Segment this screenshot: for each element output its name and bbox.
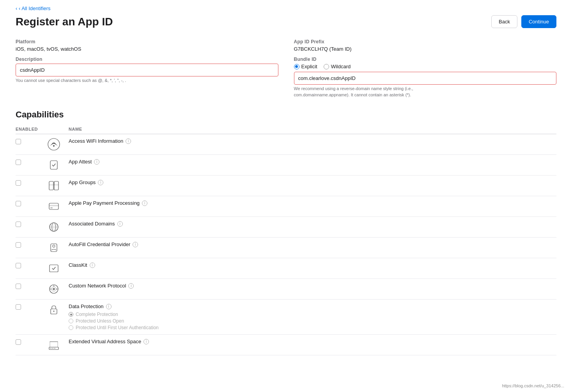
capability-row: ClassKiti (16, 258, 556, 279)
cap-sub-options: Complete ProtectionProtected Unless Open… (69, 312, 556, 330)
sub-radio-label[interactable]: Protected Unless Open (69, 318, 556, 324)
explicit-radio-label[interactable]: Explicit (294, 64, 317, 69)
info-icon[interactable]: i (117, 221, 123, 227)
capability-checkbox[interactable] (16, 263, 21, 268)
svg-point-20 (53, 310, 55, 312)
capabilities-title: Capabilities (16, 110, 556, 120)
capability-checkbox[interactable] (16, 284, 21, 289)
svg-point-14 (53, 288, 55, 290)
capability-checkbox[interactable] (16, 180, 21, 186)
back-button[interactable]: Back (491, 15, 517, 28)
svg-rect-22 (50, 348, 51, 349)
capability-name: App Groups (69, 179, 96, 185)
info-icon[interactable]: i (90, 263, 95, 268)
info-icon[interactable]: i (98, 180, 103, 185)
back-link[interactable]: ‹ All Identifiers (16, 0, 51, 15)
capability-checkbox[interactable] (16, 139, 21, 144)
info-icon[interactable]: i (94, 159, 99, 165)
description-input[interactable] (16, 64, 278, 76)
explicit-label-text: Explicit (301, 64, 317, 69)
svg-rect-3 (49, 181, 53, 190)
right-form-col: App ID Prefix G7BCKCLH7Q (Team ID) Bundl… (294, 39, 557, 97)
svg-rect-6 (49, 205, 58, 206)
description-label: Description (16, 57, 278, 62)
cap-name-row: Extended Virtual Address Spacei (69, 339, 556, 344)
bundle-id-hint1: We recommend using a reverse-domain name… (294, 86, 557, 91)
cap-icon-col (47, 241, 61, 254)
info-icon[interactable]: i (142, 200, 147, 206)
platform-label: Platform (16, 39, 278, 44)
cap-name-col: App Groupsi (69, 179, 556, 185)
col-enabled-label: ENABLED (16, 127, 39, 131)
capability-row: Apple Pay Payment Processingi (16, 196, 556, 217)
platform-value: iOS, macOS, tvOS, watchOS (16, 46, 278, 52)
left-form-col: Platform iOS, macOS, tvOS, watchOS Descr… (16, 39, 278, 97)
cap-checkbox-col (16, 339, 39, 345)
explicit-radio-icon (294, 64, 299, 69)
bundle-id-input[interactable] (294, 72, 557, 85)
cap-checkbox-col (16, 283, 39, 289)
capability-checkbox[interactable] (16, 201, 21, 206)
capability-row: Associated Domainsi (16, 217, 556, 238)
cap-name-col: App Attesti (69, 159, 556, 165)
capability-name: Associated Domains (69, 221, 115, 227)
sub-radio-circle (69, 325, 73, 330)
page-header: Register an App ID Back Continue (16, 15, 556, 28)
bundle-id-hint2: com.domainname.appname). It cannot conta… (294, 92, 557, 97)
bundle-id-radio-row: Explicit Wildcard (294, 64, 557, 69)
page-title: Register an App ID (16, 16, 113, 28)
cap-name-col: Data ProtectioniComplete ProtectionProte… (69, 303, 556, 330)
sub-radio-label[interactable]: Protected Until First User Authenticatio… (69, 325, 556, 330)
cap-name-row: Custom Network Protocoli (69, 283, 556, 289)
cap-icon-col (47, 339, 61, 351)
cap-icon-col (47, 159, 61, 171)
info-icon[interactable]: i (128, 283, 134, 289)
capability-checkbox[interactable] (16, 304, 21, 310)
wildcard-radio-label[interactable]: Wildcard (324, 64, 351, 69)
cap-name-col: Apple Pay Payment Processingi (69, 200, 556, 206)
info-icon[interactable]: i (133, 242, 138, 247)
app-id-prefix-value: G7BCKCLH7Q (Team ID) (294, 46, 557, 52)
cap-icon-col (47, 200, 61, 213)
cap-name-row: App Attesti (69, 159, 556, 165)
sub-radio-label[interactable]: Complete Protection (69, 312, 556, 317)
cap-name-row: Associated Domainsi (69, 221, 556, 227)
sub-radio-circle (69, 312, 73, 317)
cap-name-col: Access WiFi Informationi (69, 138, 556, 144)
capabilities-list: Access WiFi Informationi App Attesti App… (16, 134, 556, 355)
cap-name-col: Associated Domainsi (69, 221, 556, 227)
svg-rect-4 (54, 181, 58, 190)
info-icon[interactable]: i (126, 138, 131, 144)
info-icon[interactable]: i (106, 304, 112, 309)
capability-name: Apple Pay Payment Processing (69, 200, 140, 206)
sub-option-text: Protected Until First User Authenticatio… (76, 325, 159, 330)
svg-point-11 (53, 245, 55, 247)
wildcard-radio-icon (324, 64, 329, 69)
sub-option-text: Protected Unless Open (76, 318, 124, 324)
capabilities-table-header: ENABLED NAME (16, 124, 556, 134)
capability-checkbox[interactable] (16, 160, 21, 165)
svg-rect-7 (50, 208, 53, 208)
cap-icon-col (47, 303, 61, 316)
cap-icon-col (47, 283, 61, 295)
info-icon[interactable]: i (143, 339, 149, 344)
capability-name: App Attest (69, 159, 92, 165)
capability-checkbox[interactable] (16, 339, 21, 345)
cap-name-row: App Groupsi (69, 179, 556, 185)
capability-checkbox[interactable] (16, 222, 21, 227)
capability-row: AutoFill Credential Provideri (16, 238, 556, 258)
capabilities-section: Capabilities ENABLED NAME Access WiFi In… (16, 110, 556, 355)
cap-checkbox-col (16, 200, 39, 206)
cap-name-col: AutoFill Credential Provideri (69, 241, 556, 247)
svg-point-16 (50, 289, 51, 290)
svg-point-1 (53, 145, 55, 147)
cap-name-row: Access WiFi Informationi (69, 138, 556, 144)
form-section: Platform iOS, macOS, tvOS, watchOS Descr… (16, 39, 556, 97)
cap-name-row: Apple Pay Payment Processingi (69, 200, 556, 206)
sub-radio-circle (69, 319, 73, 323)
col-name-label: NAME (69, 127, 82, 131)
capability-row: Data ProtectioniComplete ProtectionProte… (16, 300, 556, 335)
capability-row: Custom Network Protocoli (16, 279, 556, 300)
capability-checkbox[interactable] (16, 242, 21, 248)
continue-button[interactable]: Continue (521, 15, 556, 28)
